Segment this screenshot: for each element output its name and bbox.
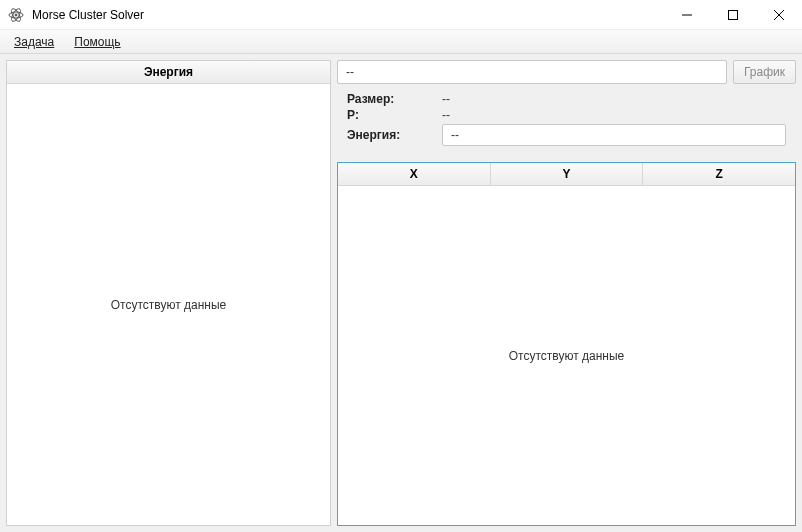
table-empty: Отсутствуют данные [338, 186, 795, 525]
close-button[interactable] [756, 0, 802, 29]
size-value: -- [442, 92, 450, 106]
left-pane: Энергия Отсутствуют данные [6, 60, 331, 526]
menu-task-label: Задача [14, 35, 54, 49]
menu-task[interactable]: Задача [4, 30, 64, 53]
coords-table: X Y Z Отсутствуют данные [337, 162, 796, 526]
window-title: Morse Cluster Solver [32, 8, 664, 22]
left-header: Энергия [7, 61, 330, 84]
titlebar: Morse Cluster Solver [0, 0, 802, 30]
app-icon [8, 7, 24, 23]
table-head: X Y Z [338, 163, 795, 186]
size-label: Размер: [347, 92, 442, 106]
col-y[interactable]: Y [491, 163, 644, 185]
left-empty: Отсутствуют данные [7, 84, 330, 525]
right-upper: График Размер: -- P: -- Энергия: [337, 60, 796, 156]
info-row-energy: Энергия: [347, 124, 786, 146]
minimize-button[interactable] [664, 0, 710, 29]
col-z[interactable]: Z [643, 163, 795, 185]
menu-help[interactable]: Помощь [64, 30, 130, 53]
right-pane: График Размер: -- P: -- Энергия: X [337, 60, 796, 526]
info-block: Размер: -- P: -- Энергия: [337, 84, 796, 156]
menubar: Задача Помощь [0, 30, 802, 54]
p-value: -- [442, 108, 450, 122]
energy-input[interactable] [442, 124, 786, 146]
body: Энергия Отсутствуют данные График Размер… [0, 54, 802, 532]
col-x[interactable]: X [338, 163, 491, 185]
id-input[interactable] [337, 60, 727, 84]
info-row-p: P: -- [347, 108, 786, 122]
info-row-size: Размер: -- [347, 92, 786, 106]
graph-button-label: График [744, 65, 785, 79]
p-label: P: [347, 108, 442, 122]
energy-label: Энергия: [347, 128, 442, 142]
graph-button[interactable]: График [733, 60, 796, 84]
window-controls [664, 0, 802, 29]
top-row: График [337, 60, 796, 84]
maximize-button[interactable] [710, 0, 756, 29]
svg-rect-5 [729, 10, 738, 19]
menu-help-label: Помощь [74, 35, 120, 49]
svg-point-3 [15, 14, 17, 16]
